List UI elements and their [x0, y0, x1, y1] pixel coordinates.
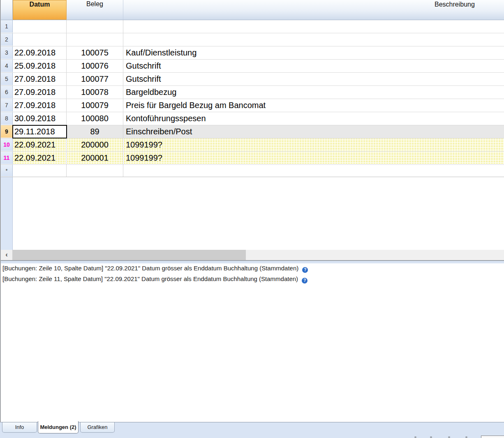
cell-beleg[interactable]	[67, 20, 123, 33]
cell-beschreibung[interactable]: Gutschrift	[123, 73, 504, 85]
grid-header-row: Datum Beleg Beschreibung	[1, 0, 504, 20]
new-row-indicator[interactable]: *	[1, 165, 13, 177]
column-header-datum[interactable]: Datum	[13, 0, 67, 20]
table-row-11-error: 11 22.09.2021 200001 1099199?	[1, 152, 504, 165]
help-icon[interactable]: ?	[302, 267, 308, 273]
cell-beleg[interactable]: 100079	[67, 99, 123, 112]
cell-beleg[interactable]: 200000	[67, 138, 123, 151]
cell-beleg[interactable]: 200001	[67, 152, 123, 164]
statusbar-cropped-control	[481, 436, 504, 438]
cell-beschreibung[interactable]: Kontoführungsspesen	[123, 112, 504, 125]
table-row-1: 1	[1, 20, 504, 33]
row-number[interactable]: 4	[1, 60, 13, 72]
row-number[interactable]: 3	[1, 46, 13, 59]
cell-datum-selected[interactable]: 29.11.2018	[13, 125, 67, 138]
cell-datum[interactable]: 25.09.2018	[13, 60, 67, 72]
column-header-beschreibung-label: Beschreibung	[435, 0, 475, 8]
cell-datum[interactable]: 30.09.2018	[13, 112, 67, 125]
tab-grafiken[interactable]: Grafiken	[80, 422, 115, 433]
messages-panel: [Buchungen: Zeile 10, Spalte Datum] "22.…	[1, 263, 504, 422]
statusbar-cropped-glyph	[465, 436, 467, 438]
corner-select-all-cell[interactable]	[1, 0, 13, 20]
scrollbar-thumb[interactable]	[12, 250, 246, 260]
cell-datum[interactable]: 22.09.2021	[13, 138, 67, 151]
table-row-6: 6 27.09.2018 100078 Bargeldbezug	[1, 86, 504, 99]
cell-beschreibung[interactable]: 1099199?	[123, 138, 504, 151]
row-header-gutter	[1, 177, 13, 250]
cell-beschreibung[interactable]	[123, 165, 504, 177]
table-row-5: 5 27.09.2018 100077 Gutschrift	[1, 73, 504, 86]
horizontal-scrollbar[interactable]: ‹	[1, 250, 504, 260]
statusbar-cropped-glyph	[430, 436, 432, 438]
message-text: [Buchungen: Zeile 11, Spalte Datum] "22.…	[2, 275, 298, 282]
cell-beschreibung[interactable]: Einschreiben/Post	[123, 125, 504, 138]
table-row-10-error: 10 22.09.2021 200000 1099199?	[1, 138, 504, 152]
scroll-left-icon[interactable]: ‹	[1, 250, 12, 260]
cell-beleg[interactable]	[67, 165, 123, 177]
column-header-datum-label: Datum	[13, 0, 66, 8]
table-row-9-selected: 9 29.11.2018 89 Einschreiben/Post	[1, 125, 504, 138]
row-number[interactable]: 7	[1, 99, 13, 112]
cell-datum[interactable]: 22.09.2018	[13, 46, 67, 59]
column-header-beleg[interactable]: Beleg	[67, 0, 123, 20]
cell-datum[interactable]: 22.09.2021	[13, 152, 67, 164]
cell-beschreibung[interactable]	[123, 33, 504, 46]
table-row-7: 7 27.09.2018 100079 Preis für Bargeld Be…	[1, 99, 504, 112]
cell-beleg[interactable]: 100076	[67, 60, 123, 72]
row-number[interactable]: 10	[1, 138, 13, 151]
panel-divider	[0, 260, 504, 263]
row-number[interactable]: 9	[1, 125, 13, 138]
tab-info[interactable]: Info	[2, 422, 37, 433]
cell-datum[interactable]	[13, 165, 67, 177]
cell-beschreibung[interactable]: Preis für Bargeld Bezug am Bancomat	[123, 99, 504, 112]
table-row-4: 4 25.09.2018 100076 Gutschrift	[1, 60, 504, 73]
cell-beleg[interactable]: 100078	[67, 86, 123, 99]
cell-beleg[interactable]	[67, 33, 123, 46]
window-left-border	[0, 0, 1, 422]
message-row[interactable]: [Buchungen: Zeile 10, Spalte Datum] "22.…	[1, 263, 504, 274]
cell-datum[interactable]: 27.09.2018	[13, 86, 67, 99]
column-header-beleg-label: Beleg	[67, 0, 123, 8]
row-number[interactable]: 11	[1, 152, 13, 164]
row-number[interactable]: 8	[1, 112, 13, 125]
cell-beschreibung[interactable]: 1099199?	[123, 152, 504, 164]
statusbar-cropped-glyph	[414, 436, 416, 438]
statusbar-cropped-glyph	[448, 436, 450, 438]
cell-beleg[interactable]: 89	[67, 125, 123, 138]
table-row-3: 3 22.09.2018 100075 Kauf/Dienstleistung	[1, 46, 504, 60]
cell-datum[interactable]: 27.09.2018	[13, 73, 67, 85]
cell-datum[interactable]: 27.09.2018	[13, 99, 67, 112]
row-number[interactable]: 2	[1, 33, 13, 46]
cell-beschreibung[interactable]: Kauf/Dienstleistung	[123, 46, 504, 59]
cell-beleg[interactable]: 100077	[67, 73, 123, 85]
cell-beschreibung[interactable]: Gutschrift	[123, 60, 504, 72]
message-text: [Buchungen: Zeile 10, Spalte Datum] "22.…	[2, 265, 298, 272]
row-number[interactable]: 1	[1, 20, 13, 33]
cell-beleg[interactable]: 100075	[67, 46, 123, 59]
column-header-beschreibung[interactable]: Beschreibung	[123, 0, 504, 20]
cell-beschreibung[interactable]: Bargeldbezug	[123, 86, 504, 99]
cell-beleg[interactable]: 100080	[67, 112, 123, 125]
accounting-window: Datum Beleg Beschreibung 1 2 3 22.09.201…	[0, 0, 504, 438]
table-row-2: 2	[1, 33, 504, 46]
table-row-new: *	[1, 165, 504, 177]
table-row-8: 8 30.09.2018 100080 Kontoführungsspesen	[1, 112, 504, 125]
cell-datum[interactable]	[13, 33, 67, 46]
message-row[interactable]: [Buchungen: Zeile 11, Spalte Datum] "22.…	[1, 274, 504, 285]
row-number[interactable]: 5	[1, 73, 13, 85]
cell-datum[interactable]	[13, 20, 67, 33]
help-icon[interactable]: ?	[302, 278, 307, 284]
tab-meldungen[interactable]: Meldungen (2)	[38, 421, 79, 433]
row-number[interactable]: 6	[1, 86, 13, 99]
cell-beschreibung[interactable]	[123, 20, 504, 33]
